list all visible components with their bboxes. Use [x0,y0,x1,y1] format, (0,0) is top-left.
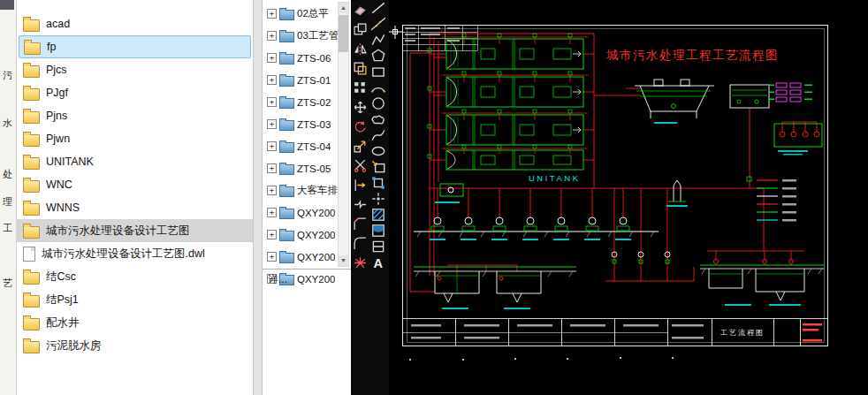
tree-item-label: ZTS-06 [297,53,331,64]
tree-item[interactable]: +QXY200 [263,246,338,268]
tree-item[interactable]: +ZTS-06 [263,47,338,69]
file-list-item[interactable]: 污泥脱水房 [17,334,253,357]
file-list-item[interactable]: 城市污水处理设备设计工艺图 [17,219,253,242]
file-list-item[interactable]: WNC [17,173,253,196]
multiline-text-button[interactable]: A [370,255,386,270]
chamfer-button[interactable] [353,216,368,232]
mirror-button[interactable] [353,42,368,57]
make-block-button[interactable] [370,176,386,190]
file-list-item[interactable]: 结Psj1 [17,288,253,311]
line-button[interactable] [370,1,386,15]
folder-icon [23,295,40,308]
file-list-item[interactable]: fp [19,35,251,58]
file-list-item[interactable]: 结Csc [17,265,253,288]
revision-cloud-button[interactable] [370,112,386,126]
tree-item[interactable]: +QXY200 [263,201,338,224]
folder-icon [23,203,40,216]
scrollbar-thumb[interactable] [339,15,348,52]
expand-plus-icon[interactable]: + [267,75,277,85]
circle-button[interactable] [370,96,386,110]
trim-button[interactable] [353,158,368,173]
expand-plus-icon[interactable]: + [267,53,277,63]
expand-plus-icon[interactable]: + [267,230,277,239]
panel-grip[interactable] [0,0,14,10]
file-list: acadfpPjcsPJgfPjnsPjwnUNITANKWNCWNNS城市污水… [17,12,253,357]
folder-icon [279,164,294,175]
erase-button[interactable] [353,3,368,18]
explode-button[interactable] [353,255,368,270]
expand-plus-icon[interactable]: + [267,186,277,195]
expand-plus-icon[interactable]: + [267,141,277,151]
polygon-icon [370,48,386,64]
file-list-item[interactable]: UNITANK [17,150,253,173]
details-section-label[interactable]: 详... [268,272,287,287]
hatch-button[interactable] [370,208,386,222]
ellipse-icon [370,143,386,159]
fillet-button[interactable] [353,236,368,251]
file-label: UNITANK [46,156,94,168]
region-button[interactable] [370,239,386,254]
cad-drawing[interactable]: 城市污水处理工程工艺流程图 [389,0,868,395]
panel-splitter[interactable] [253,0,263,395]
file-list-item[interactable]: 城市污水处理设备设计工艺图.dwl [17,242,253,265]
scroll-up-icon[interactable]: ▲ [339,3,348,13]
file-list-item[interactable]: Pjwn [17,127,253,150]
make-block-icon [370,175,386,191]
tree-item[interactable]: +ZTS-01 [263,69,338,91]
expand-plus-icon[interactable]: + [267,252,277,262]
offset-button[interactable] [353,61,368,76]
expand-plus-icon[interactable]: + [267,9,277,19]
rectangle-button[interactable] [370,65,386,79]
tree-item[interactable]: +03工艺管 [263,25,338,47]
docked-panel-edge[interactable]: 污水处理工艺 [0,0,17,395]
file-list-item[interactable]: acad [17,12,253,35]
tree-scrollbar[interactable]: ▲ ▼ [338,2,349,267]
file-label: 城市污水处理设备设计工艺图 [46,224,190,239]
copy-button[interactable] [353,22,368,37]
folder-icon [23,180,40,193]
file-list-item[interactable]: Pjcs [17,58,253,81]
break-button[interactable] [353,197,368,212]
file-list-item[interactable]: 配水井 [17,311,253,334]
gradient-button[interactable] [370,224,386,238]
ellipse-button[interactable] [370,144,386,158]
expand-plus-icon[interactable]: + [267,119,277,129]
tree-item[interactable]: +ZTS-03 [263,113,338,135]
scale-button[interactable] [353,139,368,154]
file-label: 配水井 [46,315,80,330]
file-icon [23,247,35,262]
tree-item-label: ZTS-05 [297,163,331,174]
expand-plus-icon[interactable]: + [267,208,277,217]
gutter-char: 处 [3,168,12,181]
modify-toolbar [353,3,368,275]
expand-plus-icon[interactable]: + [267,97,277,107]
tree-item[interactable]: +ZTS-04 [263,135,338,157]
construction-line-icon [370,16,386,32]
rotate-button[interactable] [353,119,368,134]
array-button[interactable] [353,80,368,95]
file-list-item[interactable]: WNNS [17,196,253,219]
move-button[interactable] [353,100,368,115]
arc-button[interactable] [370,80,386,95]
point-button[interactable] [370,192,386,206]
tree-item[interactable]: +ZTS-02 [263,91,338,113]
expand-plus-icon[interactable]: + [267,163,277,173]
tree-item[interactable]: +ZTS-05 [263,157,338,179]
extend-button[interactable] [353,178,368,193]
file-list-item[interactable]: PJgf [17,81,253,104]
construction-line-button[interactable] [370,17,386,31]
expand-plus-icon[interactable]: + [267,31,277,41]
tree-item[interactable]: +大客车排 [263,179,338,201]
tree-item-label: ZTS-01 [297,75,331,86]
folder-icon [23,19,40,32]
folder-icon [279,98,294,109]
tree-item[interactable]: +02总平 [263,3,338,25]
scroll-down-icon[interactable]: ▼ [339,255,348,266]
file-list-item[interactable]: Pjns [17,104,253,127]
tree-item[interactable]: +QXY200 [263,224,338,246]
cad-viewport[interactable]: 城市污水处理工程工艺流程图 [389,0,868,395]
insert-block-button[interactable] [370,160,386,174]
polygon-button[interactable] [370,49,386,63]
spline-button[interactable] [370,128,386,142]
polyline-button[interactable] [370,33,386,47]
